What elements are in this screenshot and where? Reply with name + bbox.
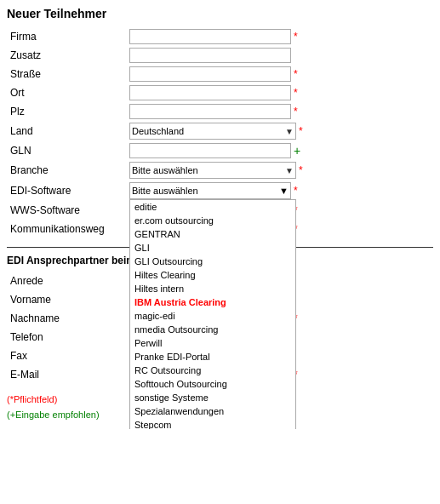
fax-label: Fax [7, 346, 126, 365]
zusatz-label: Zusatz [7, 46, 126, 65]
firma-label: Firma [7, 27, 126, 46]
telefon-label: Telefon [7, 328, 126, 346]
dropdown-item[interactable]: nmedia Outsourcing [130, 323, 295, 336]
strasse-label: Straße [7, 65, 126, 83]
gln-label: GLN [7, 141, 126, 160]
gln-plus[interactable]: + [294, 144, 300, 158]
dropdown-item[interactable]: Pranke EDI-Portal [130, 350, 295, 364]
dropdown-item[interactable]: Hiltes Clearing [130, 268, 295, 282]
nachname-label: Nachname [7, 309, 126, 328]
plz-required: * [294, 106, 298, 117]
dropdown-item[interactable]: sonstige Systeme [130, 391, 295, 404]
section-title: Neuer Teilnehmer [7, 7, 433, 20]
zusatz-input[interactable] [129, 48, 291, 63]
land-select-wrapper: Deutschland ▼ * [129, 123, 430, 140]
gln-row: GLN + [7, 141, 433, 160]
plz-label: Plz [7, 102, 126, 121]
strasse-input-wrapper: * [129, 66, 430, 82]
dropdown-item[interactable]: er.com outsourcing [130, 214, 295, 227]
plz-input-wrapper: * [129, 104, 430, 119]
firma-row: Firma * [7, 27, 433, 46]
strasse-input[interactable] [129, 66, 291, 82]
dropdown-item[interactable]: Spezialanwendungen [130, 404, 295, 418]
dropdown-item[interactable]: Softtouch Outsourcing [130, 377, 295, 391]
form-table: Firma * Zusatz Straße * [7, 27, 433, 238]
ort-row: Ort * [7, 83, 433, 102]
email-label: E-Mail [7, 365, 126, 384]
vorname-label: Vorname [7, 290, 126, 309]
dropdown-item[interactable]: Stepcom [130, 418, 295, 429]
branche-row: Branche Bitte auswählen ▼ * [7, 160, 433, 180]
edi-software-dropdown-container: Bitte auswählen ▼ editieer.com outsourci… [129, 182, 291, 199]
land-row: Land Deutschland ▼ * [7, 121, 433, 141]
edi-software-selected-text: Bitte auswählen [132, 186, 198, 196]
dropdown-item[interactable]: GENTRAN [130, 227, 295, 241]
dropdown-item[interactable]: GLI Outsourcing [130, 255, 295, 268]
wws-software-label: WWS-Software [7, 201, 126, 220]
land-required: * [299, 125, 303, 137]
dropdown-item[interactable]: IBM Austria Clearing [130, 295, 295, 309]
page-container: Neuer Teilnehmer Firma * Zusatz Straße [0, 0, 440, 429]
dropdown-item[interactable]: Perwill [130, 336, 295, 350]
edi-software-row: EDI-Software Bitte auswählen ▼ editieer.… [7, 180, 433, 201]
edi-software-dropdown-list[interactable]: editieer.com outsourcingGENTRANGLIGLI Ou… [129, 199, 296, 429]
edi-software-select-shown[interactable]: Bitte auswählen ▼ [129, 182, 291, 199]
branche-required: * [299, 164, 303, 176]
zusatz-row: Zusatz [7, 46, 433, 65]
strasse-row: Straße * [7, 65, 433, 83]
firma-required: * [294, 31, 298, 43]
plz-row: Plz * [7, 102, 433, 121]
branche-select-container: Bitte auswählen ▼ [129, 162, 296, 179]
strasse-required: * [294, 68, 298, 80]
kommunikationsweg-label: Kommunikationsweg [7, 220, 126, 238]
land-select[interactable]: Deutschland [129, 123, 296, 140]
edi-software-required: * [294, 185, 298, 197]
edi-software-arrow-icon: ▼ [279, 186, 289, 196]
branche-label: Branche [7, 160, 126, 180]
edi-software-wrapper: Bitte auswählen ▼ editieer.com outsourci… [129, 182, 430, 199]
firma-input[interactable] [129, 29, 291, 44]
anrede-label: Anrede [7, 272, 126, 290]
ort-input[interactable] [129, 85, 291, 100]
ort-label: Ort [7, 83, 126, 102]
firma-input-wrapper: * [129, 29, 430, 44]
dropdown-item[interactable]: GLI [130, 241, 295, 255]
ort-input-wrapper: * [129, 85, 430, 100]
land-select-container: Deutschland ▼ [129, 123, 296, 140]
branche-select[interactable]: Bitte auswählen [129, 162, 296, 179]
edi-software-label: EDI-Software [7, 180, 126, 201]
zusatz-input-wrapper [129, 48, 430, 63]
land-label: Land [7, 121, 126, 141]
gln-input-wrapper: + [129, 143, 430, 158]
ort-required: * [294, 87, 298, 99]
plz-input[interactable] [129, 104, 291, 119]
dropdown-item[interactable]: editie [130, 200, 295, 214]
gln-input[interactable] [129, 143, 291, 158]
dropdown-item[interactable]: RC Outsourcing [130, 364, 295, 377]
dropdown-item[interactable]: magic-edi [130, 309, 295, 323]
dropdown-item[interactable]: Hiltes intern [130, 282, 295, 295]
branche-select-wrapper: Bitte auswählen ▼ * [129, 162, 430, 179]
